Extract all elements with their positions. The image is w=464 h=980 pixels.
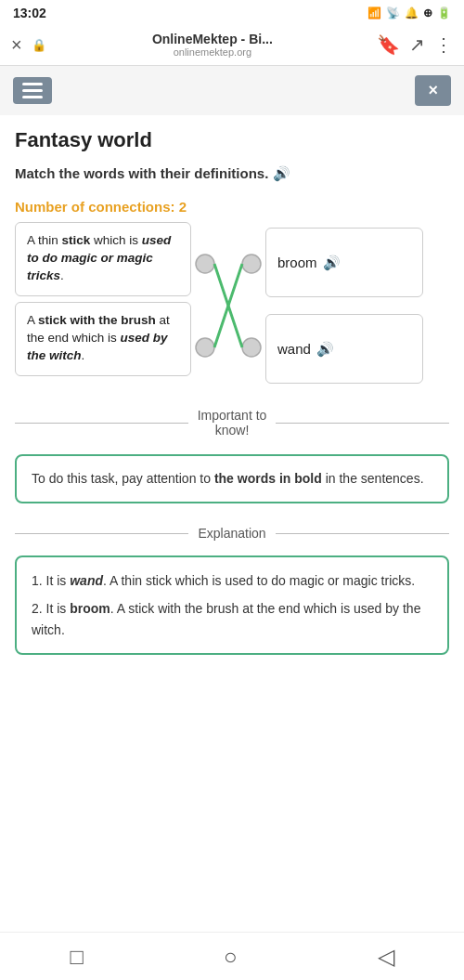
explanation-item-2: 2. It is broom. A stick with the brush a…: [32, 598, 432, 640]
important-divider: Important toknow!: [0, 389, 464, 447]
info-box: To do this task, pay attention to the wo…: [15, 454, 449, 503]
status-time: 13:02: [13, 6, 46, 20]
connection-lines-svg: [191, 222, 265, 389]
left-card-2[interactable]: A stick with the brush at the end which …: [15, 302, 191, 376]
left-card-2-text: A stick with the brush at the end which …: [27, 313, 170, 362]
left-cards: A thin stick which is used to do magic o…: [15, 222, 191, 389]
nav-back-button[interactable]: ◁: [359, 936, 413, 977]
right-cards: broom 🔊 wand 🔊: [265, 222, 423, 389]
connections-area: Number of connections: 2: [0, 195, 464, 222]
circle-icon: ○: [224, 944, 238, 969]
broom-speaker-icon[interactable]: 🔊: [323, 255, 341, 271]
connector-area: [191, 222, 265, 389]
matching-area: A thin stick which is used to do magic o…: [0, 222, 464, 389]
instruction-area: Match the words with their definitions. …: [0, 160, 464, 195]
nav-circle-button[interactable]: ○: [205, 936, 256, 977]
connections-label: Number of connections: 2: [15, 199, 187, 215]
divider-line-right: [276, 423, 449, 424]
wand-label: wand 🔊: [277, 341, 334, 358]
bottom-navigation: □ ○ ◁: [0, 932, 464, 980]
page-title: Fantasy world: [15, 128, 449, 152]
info-text: To do this task, pay attention to the wo…: [32, 471, 424, 486]
screen-icon: ⊕: [423, 7, 432, 20]
volume-icon: 🔔: [405, 7, 419, 20]
main-content: × Fantasy world Match the words with the…: [0, 66, 464, 742]
wand-speaker-icon[interactable]: 🔊: [316, 341, 334, 358]
browser-bar: × 🔒 OnlineMektep - Bi... onlinemektep.or…: [0, 24, 464, 66]
match-container: A thin stick which is used to do magic o…: [15, 222, 449, 389]
right-node-1[interactable]: [242, 255, 261, 273]
more-menu-icon[interactable]: ⋮: [434, 33, 453, 56]
triangle-icon: ◁: [378, 944, 394, 969]
right-card-wand[interactable]: wand 🔊: [265, 314, 423, 384]
lock-icon: 🔒: [32, 38, 46, 52]
audio-speaker-icon[interactable]: 🔊: [273, 165, 290, 181]
broom-label: broom 🔊: [277, 255, 341, 271]
important-label: Important toknow!: [198, 408, 267, 438]
explanation-divider: Explanation: [0, 516, 464, 550]
browser-url: onlinemektep.org: [174, 46, 251, 58]
share-icon[interactable]: ↗: [409, 33, 425, 56]
menu-button[interactable]: [13, 77, 52, 104]
hamburger-icon: [22, 83, 43, 98]
browser-title: OnlineMektep - Bi...: [152, 32, 273, 46]
left-node-2[interactable]: [196, 338, 214, 357]
nav-square-button[interactable]: □: [52, 936, 103, 977]
top-action-bar: ×: [0, 66, 464, 115]
explanation-line-right: [276, 533, 449, 534]
left-card-1[interactable]: A thin stick which is used to do magic o…: [15, 222, 191, 296]
url-area: OnlineMektep - Bi... onlinemektep.org: [58, 32, 367, 58]
explanation-item-1: 1. It is wand. A thin stick which is use…: [32, 570, 432, 591]
bookmark-icon[interactable]: 🔖: [377, 33, 400, 56]
left-node-1[interactable]: [196, 255, 214, 273]
browser-close-button[interactable]: ×: [11, 34, 22, 56]
explanation-label: Explanation: [198, 526, 265, 541]
explanation-box: 1. It is wand. A thin stick which is use…: [15, 555, 449, 655]
battery-icon: 🔋: [437, 7, 451, 20]
square-icon: □: [71, 944, 84, 969]
right-node-2[interactable]: [242, 338, 261, 357]
instruction-text: Match the words with their definitions. …: [15, 165, 290, 181]
page-title-area: Fantasy world: [0, 115, 464, 160]
status-bar: 13:02 📶 📡 🔔 ⊕ 🔋: [0, 0, 464, 24]
right-card-broom[interactable]: broom 🔊: [265, 228, 423, 297]
explanation-line-left: [15, 533, 188, 534]
wifi-icon: 📡: [386, 7, 400, 20]
left-card-1-text: A thin stick which is used to do magic o…: [27, 233, 171, 282]
divider-line-left: [15, 423, 188, 424]
close-button[interactable]: ×: [415, 75, 451, 106]
status-icons: 📶 📡 🔔 ⊕ 🔋: [367, 7, 451, 20]
signal-icon: 📶: [367, 7, 381, 20]
